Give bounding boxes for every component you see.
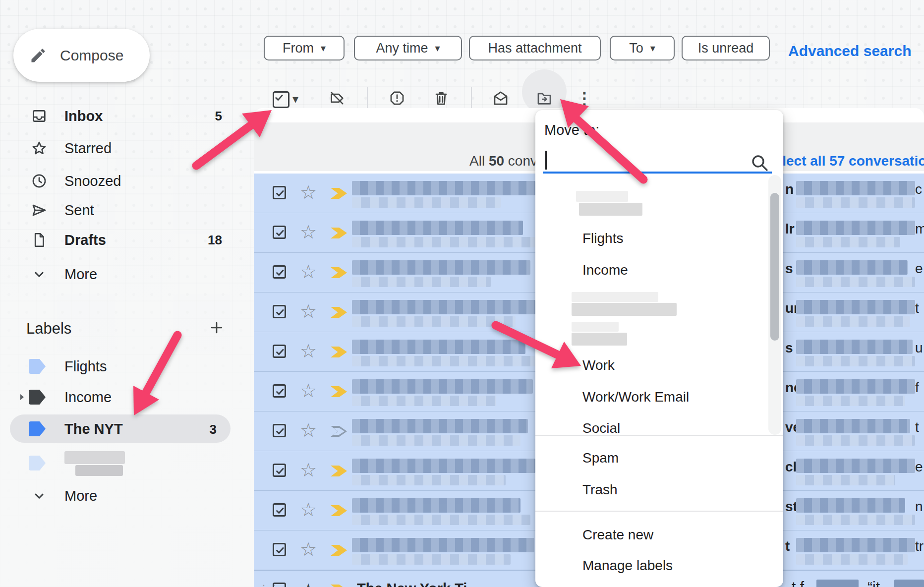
filter-chip-is-unread[interactable]: Is unread — [682, 36, 770, 60]
star-icon[interactable]: ☆ — [300, 419, 317, 441]
sidebar-item-snoozed[interactable]: Snoozed — [20, 166, 228, 196]
move-to-icon[interactable] — [536, 90, 553, 107]
delete-icon[interactable] — [433, 90, 450, 107]
star-icon[interactable]: ☆ — [300, 538, 317, 560]
row-checkbox[interactable] — [273, 265, 286, 279]
more-options-icon[interactable]: ⋮ — [576, 88, 593, 108]
selected-count: 50 — [489, 153, 504, 169]
importance-marker-icon[interactable] — [331, 545, 347, 556]
redacted-subject — [796, 538, 915, 552]
redacted-menu-item[interactable] — [572, 322, 619, 332]
select-all-checkbox[interactable] — [273, 91, 289, 108]
move-to-search-input[interactable] — [543, 149, 751, 172]
sidebar-item-sent[interactable]: Sent — [20, 195, 228, 225]
star-icon[interactable]: ☆ — [300, 261, 317, 283]
label-name: Income — [64, 389, 112, 406]
star-icon[interactable]: ☆ — [300, 340, 317, 362]
importance-marker-icon[interactable] — [331, 267, 347, 278]
report-spam-icon[interactable] — [389, 90, 405, 107]
mark-as-read-icon[interactable] — [492, 90, 509, 107]
label-name: More — [64, 488, 97, 504]
redacted-menu-item[interactable] — [572, 292, 658, 302]
redacted-menu-item[interactable] — [576, 191, 628, 202]
sidebar-label-income[interactable]: Income — [20, 382, 228, 412]
star-icon[interactable]: ☆ — [300, 181, 317, 203]
filter-chip-to[interactable]: To▾ — [610, 36, 675, 60]
check-icon — [274, 93, 284, 103]
row-checkbox[interactable] — [273, 345, 286, 358]
importance-marker-icon[interactable] — [331, 386, 347, 397]
search-icon[interactable] — [750, 153, 769, 173]
drag-handle-icon[interactable]: ⋮⋮ — [259, 583, 269, 587]
filter-chip-has-attachment[interactable]: Has attachment — [469, 36, 601, 60]
sidebar-item-label: Drafts — [64, 232, 106, 248]
redacted-snippet — [796, 316, 910, 327]
check-icon — [275, 386, 286, 397]
redacted-preview — [352, 316, 516, 327]
sidebar-item-more[interactable]: More — [20, 259, 228, 289]
filter-chip-any-time[interactable]: Any time▾ — [354, 36, 462, 60]
row-checkbox[interactable] — [273, 503, 286, 517]
menu-item-create-new[interactable]: Create new — [582, 527, 653, 543]
row-checkbox[interactable] — [273, 305, 286, 318]
row-checkbox[interactable] — [273, 464, 286, 477]
row-checkbox[interactable] — [273, 226, 286, 239]
remove-label-icon[interactable] — [329, 90, 346, 107]
sidebar-item-starred[interactable]: Starred — [20, 133, 228, 163]
redacted-preview — [352, 475, 506, 485]
menu-item-work-work-email[interactable]: Work/Work Email — [582, 389, 689, 405]
redacted-snippet — [796, 435, 915, 446]
importance-marker-icon[interactable] — [331, 505, 347, 516]
redacted-menu-item[interactable] — [579, 203, 642, 216]
sidebar-item-drafts[interactable]: Drafts 18 — [20, 225, 228, 255]
row-checkbox[interactable] — [273, 583, 286, 587]
redacted-sender — [352, 300, 535, 314]
sender-name: The New York Ti — [357, 581, 467, 587]
star-icon[interactable]: ☆ — [300, 300, 317, 322]
sidebar-label-the-nyt[interactable]: The NYT 3 — [10, 414, 231, 443]
redacted-menu-item[interactable] — [572, 333, 627, 346]
filter-chip-from[interactable]: From▾ — [264, 36, 345, 60]
menu-item-income[interactable]: Income — [582, 262, 628, 278]
subject-fragment: m — [915, 221, 924, 237]
importance-marker-icon[interactable] — [331, 347, 347, 357]
redacted-sender — [352, 498, 520, 513]
importance-marker-outline-icon[interactable] — [331, 426, 347, 437]
select-dropdown-caret-icon[interactable]: ▾ — [292, 92, 298, 106]
sidebar-label-redacted[interactable] — [20, 448, 228, 478]
menu-item-manage-labels[interactable]: Manage labels — [582, 558, 673, 574]
labels-heading: Labels — [26, 320, 71, 338]
advanced-search-link[interactable]: Advanced search — [788, 43, 911, 59]
expand-right-icon[interactable] — [16, 391, 28, 403]
importance-marker-icon[interactable] — [331, 228, 347, 238]
importance-marker-icon[interactable] — [331, 585, 347, 587]
star-icon[interactable]: ☆ — [300, 221, 317, 243]
redacted-preview — [352, 435, 520, 446]
star-filled-icon[interactable]: ★ — [300, 580, 317, 587]
sidebar-label-flights[interactable]: Flights — [20, 352, 228, 381]
plus-icon[interactable] — [208, 319, 225, 336]
compose-button[interactable]: Compose — [13, 29, 150, 82]
star-icon[interactable]: ☆ — [300, 459, 317, 481]
popup-scrollbar-thumb[interactable] — [770, 193, 779, 341]
menu-item-work[interactable]: Work — [582, 357, 615, 373]
star-icon[interactable]: ☆ — [300, 499, 317, 521]
row-checkbox[interactable] — [273, 424, 286, 437]
menu-item-trash[interactable]: Trash — [582, 482, 618, 498]
sidebar-item-inbox[interactable]: Inbox 5 — [20, 101, 228, 131]
redacted-preview — [352, 277, 491, 287]
menu-item-flights[interactable]: Flights — [582, 231, 623, 246]
clock-icon — [31, 173, 48, 189]
importance-marker-icon[interactable] — [331, 466, 347, 476]
row-checkbox[interactable] — [273, 384, 286, 398]
redacted-menu-item[interactable] — [572, 303, 677, 316]
row-checkbox[interactable] — [273, 186, 286, 199]
menu-item-spam[interactable]: Spam — [582, 450, 619, 466]
importance-marker-icon[interactable] — [331, 307, 347, 318]
menu-item-social[interactable]: Social — [582, 420, 620, 435]
sidebar-labels-more[interactable]: More — [20, 481, 228, 511]
select-all-conversations-link[interactable]: Select all 57 conversations — [765, 153, 924, 169]
row-checkbox[interactable] — [273, 543, 286, 556]
star-icon[interactable]: ☆ — [300, 380, 317, 402]
importance-marker-icon[interactable] — [331, 188, 347, 199]
